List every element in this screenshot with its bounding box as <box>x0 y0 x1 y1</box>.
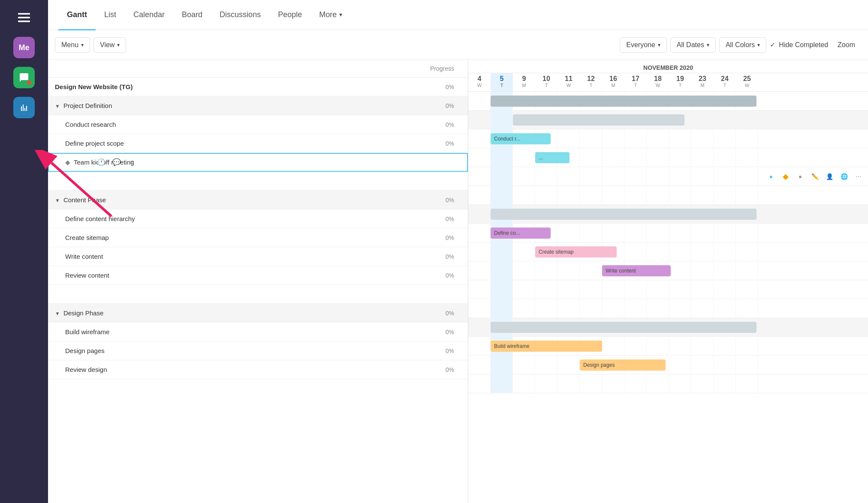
gantt-bar[interactable] <box>513 114 684 126</box>
sidebar-logo[interactable] <box>13 7 35 28</box>
gantt-col <box>580 299 602 318</box>
gantt-col <box>736 337 758 356</box>
gantt-bar[interactable]: Build wireframe <box>491 341 602 352</box>
gantt-col <box>714 129 736 148</box>
task-row[interactable]: Create sitemap0% <box>48 228 468 247</box>
menu-button[interactable]: Menu▾ <box>55 37 90 53</box>
task-name: Review design <box>55 366 418 373</box>
task-row[interactable] <box>48 285 468 304</box>
gantt-bar[interactable]: Define co... <box>491 228 551 239</box>
section-toggle[interactable]: ▼ <box>55 311 60 317</box>
comment-icon[interactable]: 💬 <box>111 156 123 168</box>
day-number: 9 <box>513 75 535 83</box>
task-row[interactable]: ▼Content Phase0% <box>48 191 468 210</box>
section-toggle[interactable]: ▼ <box>55 103 60 109</box>
gantt-col <box>647 167 669 186</box>
view-button[interactable]: View▾ <box>93 37 126 53</box>
task-row[interactable]: Design New Website (TG)0% <box>48 78 468 96</box>
gantt-row <box>468 92 868 111</box>
task-row[interactable]: Review design0% <box>48 360 468 379</box>
tab-gantt[interactable]: Gantt <box>58 0 96 30</box>
gantt-col <box>535 356 558 374</box>
zoom-button[interactable]: Zoom <box>832 38 861 52</box>
gantt-col <box>468 92 491 111</box>
gantt-col <box>647 374 669 393</box>
task-row[interactable]: Define project scope0% <box>48 134 468 153</box>
gantt-day: 16M <box>602 73 624 91</box>
gantt-col <box>491 167 513 186</box>
everyone-filter[interactable]: Everyone▾ <box>620 37 667 53</box>
task-row[interactable] <box>48 172 468 191</box>
gantt-rows: Conduct r...... ● ◆ ● ✏️ 👤 🌐 ⋯ Define co… <box>468 92 868 393</box>
task-row[interactable]: Write content0% <box>48 247 468 266</box>
chat-button[interactable] <box>13 67 35 88</box>
dot-icon[interactable]: ● <box>794 171 806 183</box>
task-name: Build wireframe <box>55 328 418 335</box>
tab-discussions[interactable]: Discussions <box>211 0 269 30</box>
analytics-button[interactable] <box>13 97 35 118</box>
gantt-bar[interactable]: Write content <box>602 265 671 276</box>
task-name: Create sitemap <box>55 234 418 241</box>
gantt-bar[interactable] <box>491 96 756 107</box>
task-progress: 0% <box>418 310 461 317</box>
clock-icon[interactable]: 🕐 <box>95 156 107 168</box>
all-colors-filter[interactable]: All Colors▾ <box>719 37 766 53</box>
gantt-col <box>714 224 736 243</box>
globe-icon[interactable]: 🌐 <box>838 171 850 183</box>
gantt-bar[interactable] <box>491 322 756 333</box>
all-dates-filter[interactable]: All Dates▾ <box>670 37 716 53</box>
hide-completed-toggle[interactable]: ✓ Hide Completed <box>770 41 828 49</box>
gantt-bar[interactable]: ... <box>535 152 570 163</box>
gantt-col <box>535 280 558 299</box>
gantt-day: 19T <box>669 73 691 91</box>
task-row[interactable]: Review content0% <box>48 266 468 285</box>
gantt-col <box>624 129 647 148</box>
gantt-bar[interactable] <box>491 209 756 220</box>
more-icon[interactable]: ⋯ <box>853 171 865 183</box>
tab-people[interactable]: People <box>269 0 310 30</box>
gantt-col <box>558 129 580 148</box>
gantt-col <box>491 356 513 374</box>
gantt-col <box>647 224 669 243</box>
day-letter: M <box>602 83 624 88</box>
task-row[interactable]: ▼Project Definition0% <box>48 96 468 115</box>
task-progress: 0% <box>418 140 461 147</box>
gantt-bar[interactable]: Conduct r... <box>491 133 551 144</box>
gantt-row[interactable]: ● ◆ ● ✏️ 👤 🌐 ⋯ <box>468 167 868 186</box>
tab-list[interactable]: List <box>96 0 125 30</box>
gantt-col <box>513 186 535 205</box>
diamond-icon[interactable]: ◆ <box>780 171 792 183</box>
section-toggle[interactable]: ▼ <box>55 198 60 204</box>
gantt-col <box>580 261 602 280</box>
gantt-area: NOVEMBER 2020 4W5T9M10T11W12T16M17T18W19… <box>468 60 868 503</box>
gantt-row <box>468 280 868 299</box>
avatar[interactable]: Me <box>13 37 35 58</box>
task-row[interactable]: Build wireframe0% <box>48 323 468 341</box>
gantt-col <box>513 261 535 280</box>
gantt-col <box>669 148 691 167</box>
task-row[interactable]: Design pages0% <box>48 341 468 360</box>
edit-icon[interactable]: ✏️ <box>809 171 821 183</box>
tab-more[interactable]: More ▾ <box>310 0 351 30</box>
check-icon: ✓ <box>770 41 775 49</box>
gantt-bar[interactable]: Design pages <box>580 359 666 371</box>
tab-board[interactable]: Board <box>173 0 211 30</box>
gantt-col <box>714 111 736 129</box>
task-row[interactable]: Conduct research0% <box>48 115 468 134</box>
gantt-col <box>468 224 491 243</box>
gantt-col <box>468 205 491 224</box>
person-icon[interactable]: 👤 <box>823 171 835 183</box>
list-icon[interactable]: ≡ <box>126 156 138 168</box>
gantt-bar[interactable]: Create sitemap <box>535 246 617 257</box>
gantt-col <box>580 129 602 148</box>
gantt-col <box>468 374 491 393</box>
svg-rect-2 <box>18 21 30 22</box>
gantt-col <box>535 186 558 205</box>
tab-calendar[interactable]: Calendar <box>125 0 173 30</box>
milestone-dot-icon[interactable]: ● <box>765 171 777 183</box>
gantt-col <box>647 129 669 148</box>
task-row[interactable]: Define content hierarchy0% <box>48 210 468 228</box>
task-row[interactable]: ◆Team kickoff meeting 🕐 💬 ≡ <box>48 153 468 172</box>
gantt-col <box>736 280 758 299</box>
task-row[interactable]: ▼Design Phase0% <box>48 304 468 323</box>
